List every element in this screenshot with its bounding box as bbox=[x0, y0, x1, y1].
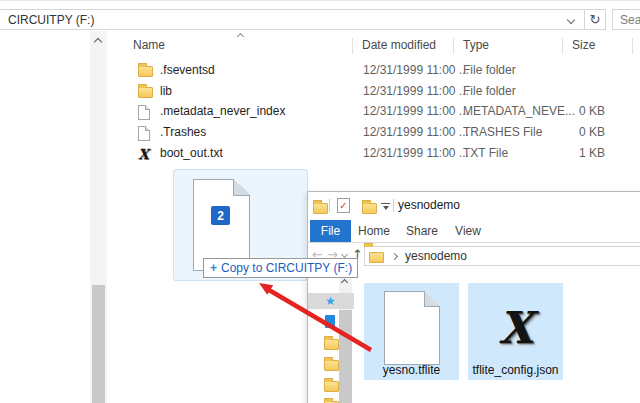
search-placeholder: Search bbox=[613, 13, 640, 27]
tile-icon bbox=[364, 289, 459, 367]
nav-folder-icon[interactable] bbox=[324, 360, 339, 371]
refresh-button[interactable]: ↻ bbox=[585, 10, 605, 29]
file-name: lib bbox=[160, 84, 172, 98]
scroll-up-icon[interactable] bbox=[94, 38, 102, 46]
column-header-name[interactable]: Name bbox=[133, 38, 165, 55]
window-title: yesnodemo bbox=[398, 198, 460, 212]
file-name: boot_out.txt bbox=[160, 146, 223, 160]
quick-access-star-icon[interactable]: ★ bbox=[325, 293, 336, 309]
document-icon bbox=[138, 126, 150, 141]
file-size: 0 KB bbox=[545, 125, 605, 139]
document-icon bbox=[384, 291, 440, 365]
file-type: TXT File bbox=[463, 146, 508, 160]
file-size: 1 KB bbox=[545, 146, 605, 160]
table-row[interactable]: .fseventsd12/31/1999 11:00 ...File folde… bbox=[112, 61, 640, 81]
file-size: 0 KB bbox=[545, 104, 605, 118]
column-header-date[interactable]: Date modified bbox=[362, 38, 436, 55]
column-separator bbox=[562, 38, 563, 54]
tab-file[interactable]: File bbox=[310, 220, 351, 242]
file-date: 12/31/1999 11:00 ... bbox=[363, 146, 469, 160]
breadcrumb-folder[interactable]: yesnodemo bbox=[405, 249, 467, 263]
divider bbox=[329, 199, 330, 212]
history-chevron-icon[interactable] bbox=[341, 251, 348, 258]
file-date: 12/31/1999 11:00 ... bbox=[363, 125, 469, 139]
tab-view[interactable]: View bbox=[448, 220, 488, 242]
plus-icon: + bbox=[210, 261, 217, 275]
document-icon bbox=[138, 105, 150, 120]
scroll-up-icon[interactable] bbox=[341, 279, 348, 286]
file-date: 12/31/1999 11:00 ... bbox=[363, 104, 469, 118]
file-tile[interactable]: Xtflite_config.json bbox=[468, 283, 563, 380]
file-date: 12/31/1999 11:00 ... bbox=[363, 84, 469, 98]
drive-icon[interactable] bbox=[325, 315, 335, 328]
tile-icon: X bbox=[468, 289, 563, 367]
column-header-type[interactable]: Type bbox=[463, 38, 489, 55]
folder-icon bbox=[369, 252, 384, 263]
address-text: CIRCUITPY (F:) bbox=[0, 13, 568, 27]
table-row[interactable]: Xboot_out.txt12/31/1999 11:00 ...TXT Fil… bbox=[112, 144, 640, 164]
address-bar[interactable]: CIRCUITPY (F:) ↻ bbox=[0, 9, 606, 30]
copy-tooltip: + Copy to CIRCUITPY (F:) bbox=[203, 258, 358, 278]
table-row[interactable]: .Trashes12/31/1999 11:00 ...TRASHES File… bbox=[112, 123, 640, 143]
yesnodemo-window[interactable]: ✓ yesnodemo FileHomeShareView ← → ↑ yesn… bbox=[307, 191, 640, 403]
x-file-icon: X bbox=[498, 306, 532, 350]
nav-folder-icon[interactable] bbox=[324, 381, 339, 392]
file-name: .fseventsd bbox=[160, 63, 215, 77]
properties-check-icon[interactable]: ✓ bbox=[337, 198, 350, 213]
chevron-down-icon[interactable] bbox=[567, 15, 575, 23]
sort-ascending-icon bbox=[237, 33, 244, 40]
table-row[interactable]: lib12/31/1999 11:00 ...File folder bbox=[112, 82, 640, 102]
tab-share[interactable]: Share bbox=[400, 220, 444, 242]
nav-scrollbar-thumb[interactable] bbox=[339, 310, 352, 403]
breadcrumb[interactable]: yesnodemo bbox=[364, 246, 640, 266]
folder-icon bbox=[138, 87, 153, 98]
refresh-icon: ↻ bbox=[590, 12, 601, 27]
tile-filename: tflite_config.json bbox=[468, 363, 563, 377]
file-name: .Trashes bbox=[160, 125, 206, 139]
file-name: .metadata_never_index bbox=[160, 104, 285, 118]
copy-tooltip-label: Copy to CIRCUITPY (F:) bbox=[221, 261, 352, 275]
file-type: TRASHES File bbox=[463, 125, 542, 139]
file-type: File folder bbox=[463, 63, 516, 77]
quick-access-row[interactable]: ★ bbox=[308, 293, 354, 309]
file-tile[interactable]: yesno.tflite bbox=[364, 283, 459, 380]
file-date: 12/31/1999 11:00 ... bbox=[363, 63, 469, 77]
column-separator bbox=[632, 38, 633, 54]
tab-home[interactable]: Home bbox=[352, 220, 396, 242]
new-folder-icon[interactable] bbox=[362, 203, 377, 214]
title-bar[interactable]: ✓ yesnodemo bbox=[308, 192, 640, 219]
quick-access-toolbar-dropdown-icon[interactable] bbox=[381, 203, 390, 210]
folder-content: ★ yesno.tfliteXtflite_config.json bbox=[308, 269, 640, 403]
column-separator bbox=[453, 38, 454, 54]
nav-folder-icon[interactable] bbox=[324, 339, 339, 350]
column-separator bbox=[352, 38, 353, 54]
main-scrollbar-thumb[interactable] bbox=[92, 285, 105, 403]
file-type: File folder bbox=[463, 84, 516, 98]
tile-filename: yesno.tflite bbox=[364, 363, 459, 377]
drag-count-badge: 2 bbox=[211, 206, 230, 225]
search-input[interactable]: Search bbox=[612, 9, 640, 30]
folder-icon bbox=[138, 66, 153, 77]
ribbon-tabs: FileHomeShareView bbox=[308, 219, 640, 243]
chevron-right-icon bbox=[391, 252, 398, 259]
x-file-icon: X bbox=[138, 147, 149, 161]
table-row[interactable]: .metadata_never_index12/31/1999 11:00 ..… bbox=[112, 102, 640, 122]
divider bbox=[393, 199, 394, 212]
column-header-size[interactable]: Size bbox=[572, 38, 595, 55]
screenshot-canvas: CIRCUITPY (F:) ↻ Search Name Date modifi… bbox=[0, 0, 640, 403]
window-folder-icon bbox=[313, 203, 328, 214]
